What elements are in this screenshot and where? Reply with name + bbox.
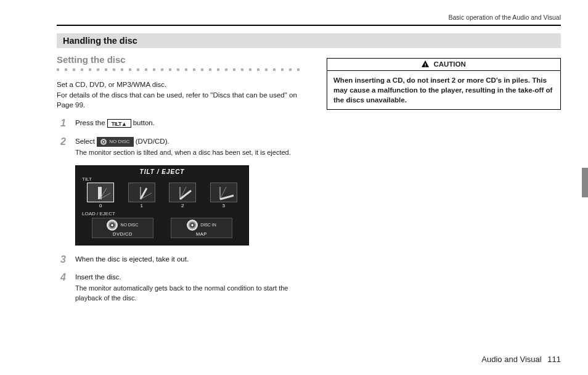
page-edge-tab: [582, 168, 588, 197]
step-list: 1 Press the TILT▲ button. 2 Select NO DI…: [60, 118, 303, 158]
svg-text:!: !: [425, 62, 427, 68]
running-header: Basic operation of the Audio and Visual: [57, 14, 561, 21]
step-4: 4 Insert the disc. The monitor automatic…: [60, 272, 303, 303]
step-1: 1 Press the TILT▲ button.: [60, 118, 303, 129]
slot-map[interactable]: DISC IN MAP: [171, 218, 232, 238]
svg-line-11: [220, 196, 234, 199]
subsection-title: Setting the disc: [57, 54, 303, 65]
step-2: 2 Select NO DISC (DVD/CD). The monitor s…: [60, 136, 303, 158]
step-number: 4: [60, 272, 75, 303]
section-title: Handling the disc: [57, 33, 561, 48]
slot-status: NO DISC: [120, 223, 138, 227]
tilt-value: 2: [169, 203, 196, 208]
tilt-value: 0: [87, 203, 114, 208]
step-2-note: The monitor section is tilted and, when …: [75, 148, 303, 158]
caution-header: ! CAUTION: [327, 59, 560, 71]
caution-header-text: CAUTION: [433, 60, 465, 68]
left-column: Setting the disc Set a CD, DVD, or MP3/W…: [57, 54, 303, 311]
disc-icon: [100, 139, 107, 145]
slot-dvdcd[interactable]: NO DISC DVD/CD: [92, 218, 153, 238]
tilt-eject-screenshot: TILT / EJECT TILT 0 1 2: [75, 165, 249, 245]
tilt-row: 0 1 2 3: [82, 183, 242, 208]
svg-line-8: [180, 191, 191, 199]
tilt-button-icon: TILT▲: [107, 119, 131, 128]
page-footer: Audio and Visual 111: [481, 355, 561, 364]
step-4-main: Insert the disc.: [75, 273, 121, 281]
step-2-post: (DVD/CD).: [136, 138, 169, 145]
step-number: 3: [60, 254, 75, 265]
screenshot-title: TILT / EJECT: [82, 168, 242, 175]
tilt-option-1[interactable]: 1: [128, 183, 155, 208]
intro-text: Set a CD, DVD, or MP3/WMA disc. For deta…: [57, 80, 303, 110]
tilt-option-2[interactable]: 2: [169, 183, 196, 208]
step-1-pre: Press the: [75, 119, 107, 126]
load-eject-label: LOAD / EJECT: [82, 211, 242, 216]
tilt-value: 3: [210, 203, 237, 208]
page-root: Basic operation of the Audio and Visual …: [0, 0, 588, 375]
intro-line2: For details of the discs that can be use…: [57, 91, 297, 109]
footer-page-number: 111: [547, 355, 561, 364]
eject-row: NO DISC DVD/CD DISC IN MAP: [82, 218, 242, 238]
step-2-pre: Select: [75, 138, 97, 145]
warning-icon: !: [422, 60, 429, 68]
slot-caption: MAP: [196, 231, 207, 237]
disc-icon: [107, 220, 118, 231]
tilt-option-3[interactable]: 3: [210, 183, 237, 208]
step-list-cont: 3 When the disc is ejected, take it out.…: [60, 254, 303, 303]
tilt-option-0[interactable]: 0: [87, 183, 114, 208]
dotted-divider: [57, 65, 303, 73]
slot-caption: DVD/CD: [113, 231, 133, 237]
top-rule: [57, 25, 561, 26]
slot-status: DISC IN: [200, 223, 216, 227]
intro-line1: Set a CD, DVD, or MP3/WMA disc.: [57, 81, 166, 88]
tilt-value: 1: [128, 203, 155, 208]
step-number: 1: [60, 118, 75, 129]
tilt-label: TILT: [82, 176, 242, 182]
content-columns: Setting the disc Set a CD, DVD, or MP3/W…: [57, 54, 561, 311]
right-column: ! CAUTION When inserting a CD, do not in…: [327, 54, 561, 311]
step-number: 2: [60, 136, 75, 158]
step-4-note: The monitor automatically gets back to t…: [75, 284, 303, 303]
step-3: 3 When the disc is ejected, take it out.: [60, 254, 303, 265]
caution-box: ! CAUTION When inserting a CD, do not in…: [327, 58, 561, 110]
dvdcd-button-icon: NO DISC: [97, 137, 133, 147]
disc-icon: [187, 220, 198, 231]
step-1-post: button.: [133, 119, 155, 126]
footer-section: Audio and Visual: [481, 355, 541, 364]
caution-body: When inserting a CD, do not insert 2 or …: [327, 71, 560, 109]
step-3-main: When the disc is ejected, take it out.: [75, 255, 189, 263]
dvdcd-button-label: NO DISC: [109, 138, 129, 146]
